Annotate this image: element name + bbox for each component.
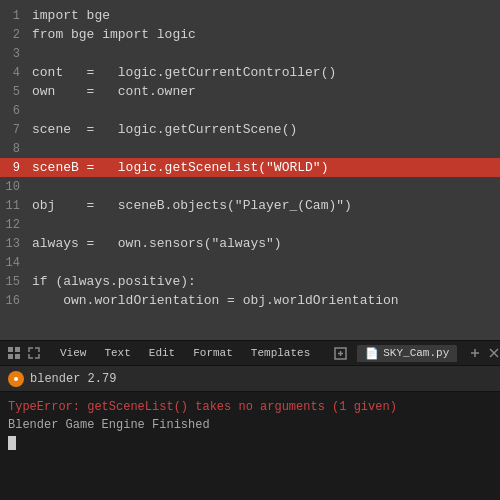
- line-number: 12: [0, 218, 28, 232]
- code-lines: 1import bge2from bge import logic34cont …: [0, 0, 500, 316]
- line-content: always = own.sensors("always"): [28, 236, 282, 251]
- code-line-5: 5own = cont.owner: [0, 82, 500, 101]
- file-tab-label: SKY_Cam.py: [383, 347, 449, 359]
- toolbar-btn-format[interactable]: Format: [189, 345, 237, 361]
- line-content: own.worldOrientation = obj.worldOrientat…: [28, 293, 399, 308]
- code-line-15: 15if (always.positive):: [0, 272, 500, 291]
- code-editor: 1import bge2from bge import logic34cont …: [0, 0, 500, 340]
- code-line-1: 1import bge: [0, 6, 500, 25]
- blender-logo: [8, 371, 24, 387]
- svg-point-17: [14, 377, 18, 381]
- code-line-4: 4cont = logic.getCurrentController(): [0, 63, 500, 82]
- console-title: blender 2.79: [30, 372, 116, 386]
- code-line-14: 14: [0, 253, 500, 272]
- code-line-3: 3: [0, 44, 500, 63]
- line-number: 7: [0, 123, 28, 137]
- console-cursor: [8, 436, 16, 450]
- console-area: blender 2.79 TypeError: getSceneList() t…: [0, 366, 500, 500]
- line-content: own = cont.owner: [28, 84, 196, 99]
- file-tab-icon: 📄: [365, 347, 379, 360]
- toolbar-btn-text[interactable]: Text: [100, 345, 134, 361]
- console-error-line: TypeError: getSceneList() takes no argum…: [8, 398, 492, 416]
- console-cursor-line: [8, 434, 492, 452]
- code-line-2: 2from bge import logic: [0, 25, 500, 44]
- code-line-11: 11obj = sceneB.objects("Player_(Cam)"): [0, 196, 500, 215]
- code-line-16: 16 own.worldOrientation = obj.worldOrien…: [0, 291, 500, 310]
- expand-icon[interactable]: [26, 345, 42, 361]
- toolbar-btn-templates[interactable]: Templates: [247, 345, 314, 361]
- line-content: import bge: [28, 8, 110, 23]
- svg-rect-3: [15, 354, 20, 359]
- code-line-7: 7scene = logic.getCurrentScene(): [0, 120, 500, 139]
- editor-toolbar: View Text Edit Format Templates 📄 SKY_Ca…: [0, 340, 500, 366]
- line-number: 9: [0, 161, 28, 175]
- svg-rect-0: [8, 347, 13, 352]
- line-number: 15: [0, 275, 28, 289]
- toolbar-right-icons: [467, 345, 500, 361]
- svg-rect-2: [8, 354, 13, 359]
- plus-icon[interactable]: [467, 345, 483, 361]
- console-info-line: Blender Game Engine Finished: [8, 416, 492, 434]
- line-number: 5: [0, 85, 28, 99]
- toolbar-left-icons: [6, 345, 42, 361]
- console-header: blender 2.79: [0, 366, 500, 392]
- line-number: 2: [0, 28, 28, 42]
- line-number: 13: [0, 237, 28, 251]
- line-content: from bge import logic: [28, 27, 196, 42]
- line-number: 6: [0, 104, 28, 118]
- line-number: 14: [0, 256, 28, 270]
- grid-icon[interactable]: [6, 345, 22, 361]
- console-content: TypeError: getSceneList() takes no argum…: [0, 392, 500, 458]
- code-line-13: 13always = own.sensors("always"): [0, 234, 500, 253]
- line-content: cont = logic.getCurrentController(): [28, 65, 336, 80]
- code-line-10: 10: [0, 177, 500, 196]
- line-content: obj = sceneB.objects("Player_(Cam)"): [28, 198, 352, 213]
- line-content: if (always.positive):: [28, 274, 196, 289]
- code-line-12: 12: [0, 215, 500, 234]
- line-number: 16: [0, 294, 28, 308]
- new-file-icon[interactable]: [334, 345, 347, 361]
- code-line-6: 6: [0, 101, 500, 120]
- line-content: sceneB = logic.getSceneList("WORLD"): [28, 160, 328, 175]
- line-number: 11: [0, 199, 28, 213]
- line-number: 4: [0, 66, 28, 80]
- toolbar-btn-edit[interactable]: Edit: [145, 345, 179, 361]
- line-number: 8: [0, 142, 28, 156]
- line-number: 10: [0, 180, 28, 194]
- code-line-8: 8: [0, 139, 500, 158]
- svg-rect-1: [15, 347, 20, 352]
- line-number: 3: [0, 47, 28, 61]
- close-icon[interactable]: [486, 345, 500, 361]
- code-line-9: 9sceneB = logic.getSceneList("WORLD"): [0, 158, 500, 177]
- toolbar-btn-view[interactable]: View: [56, 345, 90, 361]
- line-content: scene = logic.getCurrentScene(): [28, 122, 297, 137]
- line-number: 1: [0, 9, 28, 23]
- file-tab[interactable]: 📄 SKY_Cam.py: [357, 345, 457, 362]
